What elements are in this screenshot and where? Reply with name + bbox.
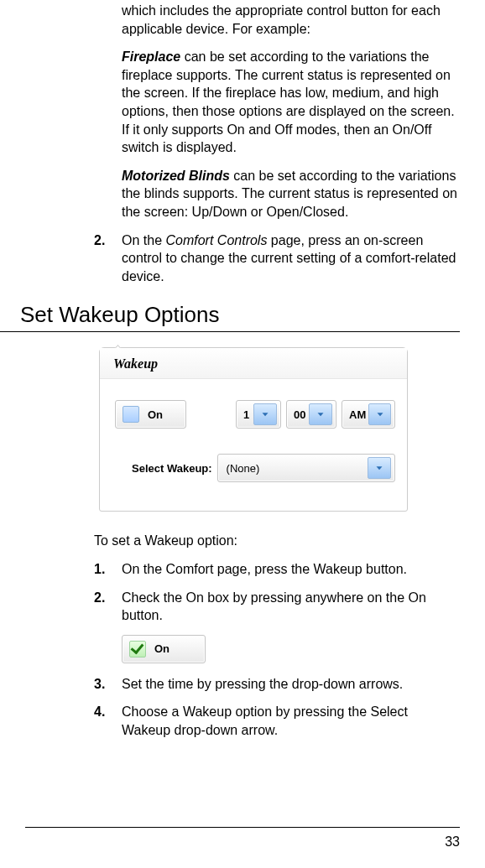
select-wakeup-dropdown[interactable]: (None)	[217, 454, 395, 482]
content: which includes the appropriate control b…	[0, 0, 460, 739]
wakeup-panel-body: On 1 00	[100, 385, 407, 511]
step-text: On the Comfort Controls page, press an o…	[122, 231, 460, 286]
step-number: 4.	[94, 703, 122, 739]
minute-value: 00	[287, 408, 307, 421]
wakeup-panel-figure: Wakeup On 1	[99, 347, 460, 512]
checkbox-checked-icon	[129, 641, 146, 657]
on-toggle-checked-example[interactable]: On	[122, 635, 206, 663]
minute-dropdown[interactable]: 00	[286, 400, 336, 429]
on-label: On	[154, 642, 169, 655]
fireplace-para: Fireplace can be set according to the va…	[122, 48, 460, 157]
wakeup-on-toggle[interactable]: On	[115, 400, 186, 429]
intro-lead: which includes the appropriate control b…	[122, 2, 460, 38]
step-number: 2.	[94, 231, 122, 286]
wakeup-step-3: 3. Set the time by pressing the drop-dow…	[94, 675, 460, 694]
wakeup-tab: Wakeup	[100, 348, 407, 379]
t-italic: Comfort Controls	[165, 233, 267, 247]
step-number: 1.	[94, 560, 122, 579]
comfort-step-2: 2. On the Comfort Controls page, press a…	[94, 231, 460, 286]
heading-rule	[0, 331, 460, 332]
wakeup-tab-label: Wakeup	[113, 356, 158, 371]
step-number: 3.	[94, 675, 122, 694]
chevron-down-icon	[368, 403, 391, 425]
select-wakeup-label: Select Wakeup:	[132, 462, 212, 475]
wakeup-row-2: Select Wakeup: (None)	[115, 454, 395, 482]
wakeup-panel: Wakeup On 1	[99, 347, 408, 512]
blinds-para: Motorized Blinds can be set according to…	[122, 167, 460, 221]
fireplace-body: can be set according to the variations t…	[122, 49, 455, 154]
step-text: Set the time by pressing the drop-down a…	[122, 675, 403, 694]
wakeup-steps-intro: To set a Wakeup option:	[94, 532, 460, 550]
t: On the	[122, 233, 165, 247]
fireplace-term: Fireplace	[122, 49, 180, 64]
step-text: Check the On box by pressing anywhere on…	[122, 589, 460, 625]
select-wakeup-value: (None)	[218, 462, 366, 475]
wakeup-step-4: 4. Choose a Wakeup option by pressing th…	[94, 703, 460, 739]
ampm-value: AM	[342, 408, 367, 421]
footer-rule	[25, 827, 460, 828]
step-text: Choose a Wakeup option by pressing the S…	[122, 703, 460, 739]
section-heading-set-wakeup: Set Wakeup Options	[20, 302, 460, 328]
ampm-dropdown[interactable]: AM	[342, 400, 395, 429]
chevron-down-icon	[309, 403, 332, 425]
wakeup-step-1: 1. On the Comfort page, press the Wakeup…	[94, 560, 460, 579]
on-label: On	[148, 408, 163, 421]
step-number: 2.	[94, 589, 122, 625]
chevron-down-icon	[253, 403, 277, 425]
checkbox-icon	[123, 406, 139, 423]
wakeup-row-1: On 1 00	[115, 400, 395, 429]
blinds-term: Motorized Blinds	[122, 169, 230, 183]
wakeup-step-2: 2. Check the On box by pressing anywhere…	[94, 589, 460, 625]
step-text: On the Comfort page, press the Wakeup bu…	[122, 560, 407, 579]
page-number: 33	[445, 834, 460, 850]
page: which includes the appropriate control b…	[0, 0, 485, 868]
hour-dropdown[interactable]: 1	[236, 400, 281, 429]
chevron-down-icon	[368, 457, 391, 479]
hour-value: 1	[237, 408, 252, 421]
